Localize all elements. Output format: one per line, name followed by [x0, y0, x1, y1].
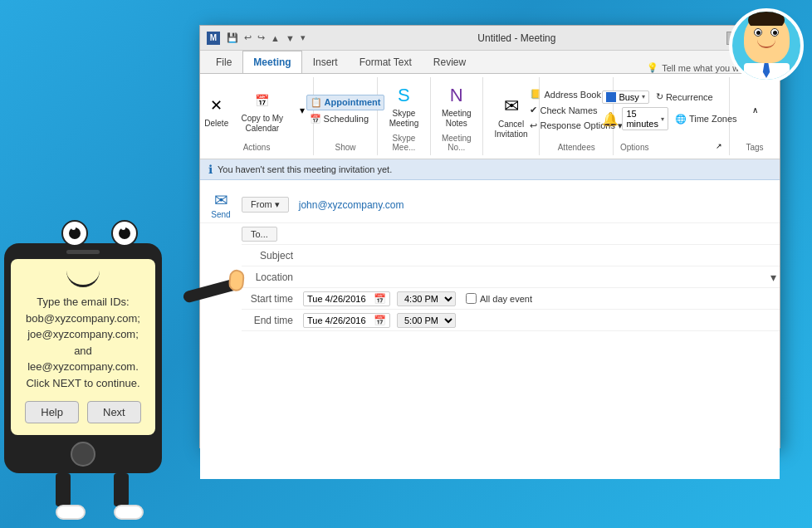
appointment-label: Appointment	[325, 97, 381, 107]
outlook-window: M 💾 ↩ ↪ ▲ ▼ ▾ Untitled - Meeting ─ □ ✕ F…	[199, 25, 780, 448]
save-quick-btn[interactable]: 💾	[225, 32, 240, 43]
next-button[interactable]: Next	[87, 401, 141, 423]
avatar-head	[744, 13, 790, 63]
ribbon-group-tags: ∧ Tags	[730, 77, 780, 155]
reminder-arrow: ▾	[661, 115, 664, 123]
subject-label: Subject	[242, 250, 300, 262]
tags-collapse-btn[interactable]: ∧	[752, 105, 758, 115]
title-bar-left: M 💾 ↩ ↪ ▲ ▼ ▾	[207, 32, 307, 45]
delete-btn[interactable]: ✕ Delete	[200, 90, 233, 130]
start-time-select[interactable]: 4:30 PM	[397, 291, 456, 306]
scheduling-label: Scheduling	[324, 114, 369, 124]
all-day-checkbox[interactable]	[466, 293, 477, 304]
to-input[interactable]	[282, 227, 780, 242]
left-eye-shine	[71, 226, 76, 230]
phone-screen: Type the email IDs: bob@xyzcompany.com; …	[11, 259, 155, 435]
ribbon-toolbar: ✕ Delete 📅 Copy to My Calendar ▾ Actions…	[200, 74, 780, 159]
reminder-dropdown[interactable]: 15 minutes ▾	[622, 107, 668, 130]
notes-icon: N	[443, 82, 470, 109]
copy-to-calendar-btn[interactable]: 📅 Copy to My Calendar	[237, 86, 288, 135]
skype-group-label: Skype Mee...	[384, 134, 423, 152]
ribbon-group-options: Busy ▾ ↻ Recurrence 🔔 15 minutes ▾	[614, 77, 730, 155]
outlook-icon: M	[207, 32, 220, 45]
busy-dropdown[interactable]: Busy ▾	[602, 90, 648, 104]
address-book-label: Address Book	[544, 90, 600, 100]
info-bar: ℹ You haven't sent this meeting invitati…	[200, 159, 780, 180]
tab-review[interactable]: Review	[423, 51, 477, 73]
avatar-left-pupil	[756, 31, 761, 35]
recurrence-btn[interactable]: ↻ Recurrence	[653, 90, 717, 104]
avatar-right-eye	[770, 28, 779, 37]
tab-insert[interactable]: Insert	[302, 51, 349, 73]
phone-action-buttons: Help Next	[22, 401, 144, 423]
end-date-wrapper: 📅	[303, 313, 390, 328]
tab-format-text[interactable]: Format Text	[349, 51, 423, 73]
address-book-icon: 📒	[530, 89, 541, 100]
options-col: Busy ▾ ↻ Recurrence 🔔 15 minutes ▾	[602, 90, 740, 130]
start-cal-icon[interactable]: 📅	[374, 293, 386, 305]
svg-marker-1	[752, 8, 761, 13]
quick-access-toolbar: 💾 ↩ ↪ ▲ ▼ ▾	[225, 32, 307, 43]
skype-label: Skype Meeting	[388, 109, 420, 129]
ribbon-group-meeting-notes: N Meeting Notes Meeting No...	[431, 77, 483, 155]
ribbon-group-actions: ✕ Delete 📅 Copy to My Calendar ▾ Actions	[200, 77, 314, 155]
recurrence-icon: ↻	[656, 91, 663, 102]
customize-btn[interactable]: ▾	[299, 32, 307, 43]
busy-color	[606, 92, 616, 102]
scheduling-btn[interactable]: 📅 Scheduling	[306, 112, 385, 126]
avatar-tie	[761, 63, 771, 78]
start-time-label: Start time	[242, 293, 300, 305]
tab-meeting[interactable]: Meeting	[242, 51, 301, 73]
appointment-icon: 📋	[311, 97, 322, 108]
left-arm	[0, 271, 1, 292]
left-leg	[56, 473, 86, 520]
all-day-label: All day event	[480, 294, 532, 304]
actions-items: ✕ Delete 📅 Copy to My Calendar ▾	[200, 81, 314, 139]
location-input[interactable]	[300, 270, 770, 285]
start-time-row: Start time 📅 4:30 PM All day event	[242, 288, 780, 310]
skype-items: S Skype Meeting	[384, 81, 423, 130]
redo-btn[interactable]: ↪	[256, 32, 267, 43]
options-expand-btn[interactable]: ↗	[716, 142, 722, 150]
to-btn[interactable]: To...	[242, 227, 277, 242]
tab-file[interactable]: File	[205, 51, 242, 73]
from-value: john@xyzcompany.com	[294, 198, 780, 213]
start-date-input[interactable]	[307, 294, 374, 304]
end-time-row: End time 📅 5:00 PM	[242, 310, 780, 331]
up-btn[interactable]: ▲	[269, 33, 281, 43]
end-date-input[interactable]	[307, 315, 374, 325]
send-label: Send	[211, 210, 230, 219]
response-icon: ↩	[530, 120, 537, 131]
start-date-wrapper: 📅	[303, 291, 390, 306]
phone-home-button[interactable]	[71, 442, 95, 467]
character-eyes	[4, 220, 195, 247]
end-time-select[interactable]: 5:00 PM	[397, 313, 456, 328]
notes-items: N Meeting Notes	[438, 81, 476, 130]
subject-row: Subject	[242, 245, 780, 266]
send-area: ✉ Send	[200, 187, 242, 222]
help-button[interactable]: Help	[25, 401, 79, 423]
location-dropdown-btn[interactable]: ▾	[770, 271, 776, 284]
phone-wrapper: Type the email IDs: bob@xyzcompany.com; …	[4, 243, 195, 473]
tags-label: Tags	[746, 143, 763, 152]
meeting-notes-btn[interactable]: N Meeting Notes	[438, 81, 476, 130]
reminder-label: 15 minutes	[626, 109, 658, 129]
send-icon: ✉	[214, 190, 228, 210]
bell-icon: 🔔	[602, 111, 619, 127]
form-area: ✉ Send From ▾ john@xyzcompany.com To... …	[200, 180, 780, 338]
options-items: Busy ▾ ↻ Recurrence 🔔 15 minutes ▾	[602, 81, 740, 139]
avatar-right-pupil	[773, 31, 777, 35]
from-btn[interactable]: From ▾	[242, 197, 289, 213]
location-label: Location	[242, 271, 300, 283]
all-day-row: All day event	[466, 293, 532, 304]
title-bar: M 💾 ↩ ↪ ▲ ▼ ▾ Untitled - Meeting ─ □ ✕	[200, 26, 780, 51]
down-btn[interactable]: ▼	[284, 33, 296, 43]
right-leg	[114, 473, 144, 520]
busy-row: Busy ▾ ↻ Recurrence	[602, 90, 740, 104]
appointment-btn[interactable]: 📋 Appointment	[306, 95, 385, 110]
end-cal-icon[interactable]: 📅	[374, 315, 386, 326]
subject-input[interactable]	[300, 248, 780, 263]
undo-btn[interactable]: ↩	[242, 32, 253, 43]
email-body-area[interactable]	[200, 338, 780, 479]
skype-meeting-btn[interactable]: S Skype Meeting	[384, 81, 423, 130]
